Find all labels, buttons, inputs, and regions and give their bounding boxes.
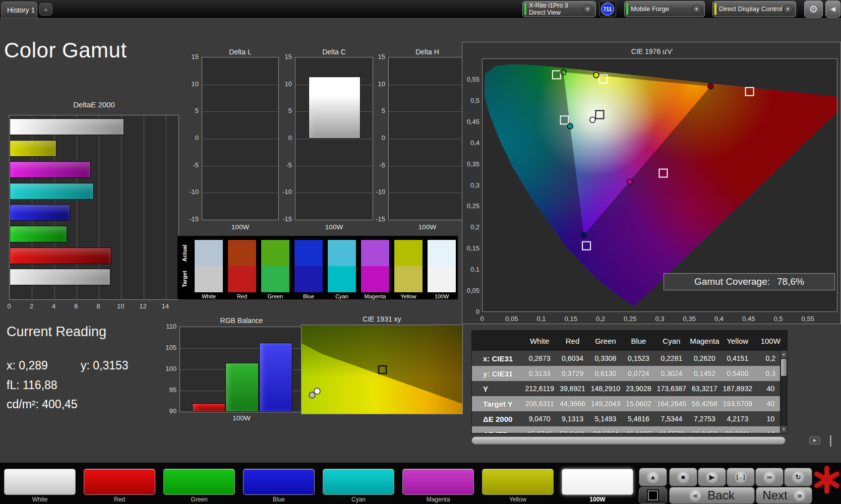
patch-label: Yellow (482, 496, 554, 503)
swatch-actual (328, 240, 356, 266)
deltae-bar-magenta (10, 161, 91, 178)
y-tick-label: 0 (368, 134, 385, 142)
measured-marker-blue (581, 232, 586, 238)
deltae-bar-blue (10, 204, 71, 221)
next-button[interactable]: Next » (756, 487, 812, 504)
y-tick-label: 0,05 (462, 287, 479, 294)
swatch-label: Green (261, 292, 289, 300)
device-dropdown-display-control[interactable]: Direct Display Control▼ (712, 1, 796, 17)
table-cell: 0,4151 (721, 354, 754, 362)
play-button[interactable]: ▶ (698, 468, 726, 486)
measuring-indicator-icon (813, 466, 841, 494)
deltae-bar-100w (10, 118, 124, 135)
y-tick-label: 10 (275, 80, 292, 88)
delta-chart-x-label: 100W (388, 223, 466, 231)
delta-chart-title: Delta H (388, 48, 466, 56)
y-tick-label: 0,5 (462, 97, 479, 104)
patch-label: Magenta (402, 496, 474, 503)
swatch-actual (361, 240, 389, 266)
rgb-balance-title: RGB Balance (179, 317, 304, 325)
x-tick-label: 0,35 (678, 315, 700, 323)
patch-button-yellow[interactable] (482, 469, 554, 495)
swatch-actual (428, 240, 456, 266)
table-cell: 0,1452 (688, 369, 721, 377)
device-dropdown-meter[interactable]: X-Rite i1Pro 3Direct View▼ (522, 1, 596, 17)
y-tick-label: 110 (159, 323, 176, 330)
app-window: History 1 + X-Rite i1Pro 3Direct View▼Mo… (0, 0, 841, 504)
device-status-bar (714, 3, 716, 15)
table-cell: 7,2753 (688, 415, 721, 423)
measured-marker-white (590, 117, 595, 122)
table-cell: 212,6119 (523, 385, 556, 393)
swatch-label: Magenta (361, 292, 389, 300)
y-tick-label: 0,15 (462, 244, 479, 252)
x-tick-label: 0,3 (649, 315, 671, 323)
cie-1931-diagram (301, 325, 463, 414)
blackout-button[interactable] (639, 487, 667, 504)
scrollbar-thumb[interactable] (781, 359, 787, 376)
patch-button-white[interactable] (4, 469, 76, 495)
scroll-down-icon[interactable]: ▼ (780, 426, 787, 433)
patch-button-cyan[interactable] (323, 469, 394, 495)
table-row: ΔE 20009,04709,13135,14935,48167,53447,2… (472, 411, 787, 426)
page-title: Color Gamut (4, 38, 127, 62)
deltae-bar-green (10, 226, 67, 242)
y-tick-label: 0 (462, 308, 479, 316)
table-cell: 0,6034 (556, 354, 589, 362)
swatch-target (394, 266, 423, 292)
tab-history-1[interactable]: History 1 (1, 2, 37, 18)
device-label-line: X-Rite i1Pro 3 (529, 2, 568, 9)
table-cell: 164,2645 (655, 400, 688, 408)
table-horizontal-scrollbar[interactable]: ▶ (471, 436, 820, 445)
x-tick-label: 10 (113, 302, 128, 310)
y-tick-label: 0,35 (462, 160, 479, 168)
patch-button-green[interactable] (163, 469, 235, 495)
chevron-down-icon: ▼ (583, 5, 592, 14)
meter-status-badge: 711 (599, 1, 616, 17)
scroll-right-icon[interactable]: ▶ (809, 436, 820, 445)
measured-marker-magenta (627, 179, 632, 184)
y-tick-label: 0,45 (462, 118, 479, 125)
gridline (202, 85, 278, 85)
deltae-2000-chart-title: DeltaE 2000 (9, 100, 179, 109)
gridline (202, 166, 278, 166)
settings-button[interactable]: ⚙ (804, 1, 823, 18)
back-button[interactable]: « Back (669, 487, 755, 504)
patch-button-magenta[interactable] (402, 469, 474, 495)
table-cell: 11,5578 (655, 430, 688, 433)
patch-label: Green (163, 496, 235, 503)
add-tab-button[interactable]: + (39, 3, 52, 16)
device-dropdown-source[interactable]: Mobile Forge▼ (624, 1, 705, 17)
refresh-button[interactable]: ↻ (784, 468, 812, 486)
swatch-magenta: Magenta (361, 240, 389, 300)
range-button[interactable]: [↔] (727, 468, 755, 486)
scrollbar-thumb[interactable] (471, 436, 786, 445)
loop-icon: ∞ (763, 471, 775, 483)
gridline (389, 193, 466, 193)
scroll-up-icon[interactable]: ▲ (780, 351, 787, 358)
pane-divider (830, 435, 831, 447)
collapse-panel-button[interactable]: ◀ (825, 1, 840, 18)
row-label: Target Y (472, 400, 523, 408)
gamut-coverage-value: 78,6% (777, 276, 804, 287)
swatch-label: Yellow (394, 292, 423, 300)
table-cell: 187,8932 (721, 385, 754, 393)
chevron-down-icon: ▼ (692, 5, 701, 14)
table-cell: 0,3729 (556, 369, 589, 377)
patch-button-red[interactable] (84, 469, 155, 495)
scroll-up-button[interactable]: ▲ (639, 468, 667, 486)
patch-button-100w[interactable] (562, 469, 633, 495)
gridline (389, 166, 466, 166)
swatch-label: Cyan (328, 292, 356, 300)
arrow-up-icon: ▲ (647, 471, 659, 483)
swatch-label: Blue (294, 292, 323, 300)
table-cell: 0,2281 (655, 354, 688, 362)
loop-button[interactable]: ∞ (755, 468, 784, 486)
swatch-green: Green (261, 240, 289, 300)
table-cell: 9,0470 (523, 415, 556, 423)
stop-button[interactable]: ■ (669, 468, 697, 486)
device-label: Mobile Forge (631, 2, 669, 17)
y-tick-label: 15 (182, 53, 199, 60)
table-vertical-scrollbar[interactable]: ▲▼ (780, 351, 787, 433)
patch-button-blue[interactable] (243, 469, 315, 495)
